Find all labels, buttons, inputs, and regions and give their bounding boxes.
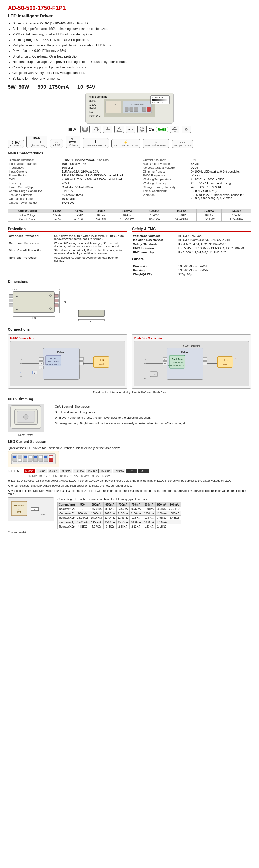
symbol-double-insulation (80, 126, 90, 133)
conn-pushdim-title: Push Dim Connection (134, 337, 249, 340)
voltage-val-3: 10-48V (60, 475, 68, 477)
push-dimming-section: Push Dimming Reset Switch On/ (8, 397, 251, 436)
iface-0-10v: 0-10V PUSH DIM (8, 140, 24, 148)
symbol-indoor (170, 126, 180, 133)
curr-btn-1450[interactable]: 1450mA (86, 469, 99, 473)
resistor-row: Current(mA) 950mA 1000mA 1050mA 1100mA 1… (58, 511, 181, 515)
svg-rect-36 (54, 304, 58, 307)
svg-rect-130 (50, 456, 53, 458)
resistor-table: Current(mA) 500 590mA 650mA 700mA 750mA … (58, 502, 181, 529)
svg-text:0-10V+: 0-10V+ (20, 372, 22, 374)
curr-btn-1600[interactable]: 1600mA (99, 469, 112, 473)
svg-text:L: L (164, 358, 165, 360)
svg-text:♻: ♻ (185, 127, 188, 131)
curr-btn-900[interactable]: 900mA (47, 469, 59, 473)
svg-marker-23 (172, 127, 177, 129)
prot-row: Short Circuit Protection: Shut down auto… (8, 248, 127, 255)
spec-row: Control Surge Capability:L-N: 1kV (8, 189, 128, 193)
svg-rect-47 (78, 310, 104, 317)
characteristics-right: Current Accuracy:±3% Max. Output Voltage… (142, 158, 251, 207)
svg-point-21 (140, 127, 144, 131)
svg-text:N: N (40, 363, 42, 365)
svg-text:Driver: Driver (181, 351, 189, 354)
spec-row: Output Power Range:5W~50W (8, 201, 128, 205)
svg-text:L: L (144, 358, 146, 360)
svg-text:AD-50-500-1750: AD-50-500-1750 (131, 104, 144, 106)
iset-area: DIP Switch ↓↓↓ ISET R GND Connecting ISE… (8, 497, 251, 529)
safety-row: Safety Standards: IEC/EN61347-1, IEC/EN6… (132, 242, 251, 246)
dimming-5in1-label: 5 in 1 dimming (89, 95, 107, 98)
feature-item: PWM digital dimming, no alter LED color … (12, 32, 251, 37)
output-header-row: Output Current 500mA 700mA 900mA 1050mA … (8, 209, 251, 213)
feature-item: Suitable for indoor environments. (12, 76, 251, 81)
curr-btn-1200[interactable]: 1200mA (73, 469, 86, 473)
reset-switch-label: Reset Switch (19, 433, 33, 436)
interface-icons: 0-10V PUSH DIM PWM ⊓⊔⊓ Digital Dimming P… (8, 135, 251, 148)
voltage-spec: 10~54V (77, 84, 96, 90)
symbol-class2 (137, 126, 147, 133)
voltage-val-5: 10-34V (80, 475, 89, 477)
spec-row: Frequency:50/60Hz (8, 166, 128, 170)
safety-row: EMC Emission: EN55015, EN61000-3-2 CLASS… (132, 246, 251, 250)
svg-rect-120 (24, 456, 27, 458)
svg-rect-124 (34, 456, 37, 458)
push-dimming-title: Push Dimming (8, 397, 251, 402)
iface-overload: ⚠ Over Load Protection (143, 139, 169, 148)
svg-text:4 in 1: 0-10V: 4 in 1: 0-10V (48, 361, 59, 363)
conn-0-10v-title: 0-10V Connection (10, 337, 125, 340)
power-spec: 5W~50W (8, 84, 29, 90)
push-dim-feature: With every other long press, the light l… (55, 415, 251, 421)
selv-badge: SELV (68, 128, 76, 131)
svg-rect-6 (129, 107, 133, 112)
svg-text:!: ! (119, 129, 120, 131)
prot-row: Non-load Protection: Auto detecting, aut… (8, 255, 127, 263)
spec-table-right: Current Accuracy:±3% Max. Output Voltage… (142, 158, 251, 200)
svg-rect-5 (125, 107, 128, 112)
curr-btn-1050[interactable]: 1050mA (60, 469, 72, 473)
protection-table: Over-heat Protection: Shut down the outp… (8, 234, 127, 263)
curr-btn-500[interactable]: 500mA (24, 469, 35, 473)
curr-btn-on[interactable]: ON (126, 469, 137, 473)
iface-efficiency: η> 85% Efficiency (66, 135, 80, 148)
feature-item: Built-in high performance MCU, dimming c… (12, 26, 251, 32)
symbol-ip: IP20 (126, 126, 135, 133)
conn-0-10v-box: 0-10V Connection Driver L N ⏚ (8, 334, 127, 389)
svg-rect-11 (84, 128, 87, 131)
spec-table-left: Dimming Interface:0-10V [1~10V/PWM/RX], … (8, 158, 128, 205)
spec-row: Storage Temp., Humidity:-40 ~ 80°C, 10~9… (142, 185, 251, 189)
svg-text:1 2 3: 1 2 3 (54, 288, 60, 291)
svg-rect-31 (9, 294, 13, 298)
ce-badge: CE (149, 127, 154, 132)
svg-text:1-10V, PWM, RX: 1-10V, PWM, RX (46, 363, 61, 365)
after-note: After current setting by DIP switch, pow… (8, 484, 251, 487)
spec-row: Power Factor:PF>0.99/115Vac, PF>0.95/230… (8, 174, 128, 178)
spec-row: Max. Output Voltage:58Vdc (142, 162, 251, 166)
svg-rect-118 (19, 459, 22, 461)
feature-item: Power factor > 0.99, Efficiency > 85%. (12, 48, 251, 54)
spec-row: Working Temperature:tc: 80°C ta: -30°C ~… (142, 178, 251, 181)
curr-btn-700[interactable]: 700mA (36, 469, 47, 473)
spec-row: Operating Voltage:10-54Vdc (8, 197, 128, 201)
svg-rect-35 (54, 299, 58, 302)
push-dimming-features: On/off control: Short press. Stepless di… (51, 404, 251, 427)
safety-table: Withstand Voltage: I/P-O/P: 3750Vac Isol… (132, 234, 251, 254)
svg-rect-13 (95, 128, 98, 131)
others-title: Others (132, 257, 251, 262)
resistor-header-row: Current(mA) 500 590mA 650mA 700mA 750mA … (58, 502, 181, 506)
spec-row: Input Current:115Vac≤0.6A, 230Vac≤0.3A (8, 170, 128, 174)
svg-rect-7 (134, 107, 138, 112)
protection-safety-section: Protection Over-heat Protection: Shut do… (8, 224, 251, 276)
reset-switch-area: Reset Switch (8, 404, 44, 436)
dip-switch-image (8, 451, 59, 467)
prot-row: Over-heat Protection: Shut down the outp… (8, 234, 127, 241)
voltage-val-7: 10-29V (101, 475, 110, 477)
svg-rect-34 (54, 294, 58, 298)
curr-btn-off[interactable]: OFF (138, 469, 149, 473)
feature-item: Dimming interface: 0-10V [1~10V/PWM/RX],… (12, 21, 251, 26)
protection-title: Protection (8, 227, 127, 231)
iface-overheat: 🌡 Over-heat Protection (83, 138, 109, 148)
svg-rect-70 (94, 356, 109, 367)
output-power-row: Output Power: 5-27W 7-37.8W 9-48.6W 10.5… (8, 217, 251, 221)
curr-btn-1750[interactable]: 1750mA (113, 469, 125, 473)
product-image-area: 5 in 1 dimming 0-10V 1-10V PWM RX Push D… (8, 93, 251, 124)
